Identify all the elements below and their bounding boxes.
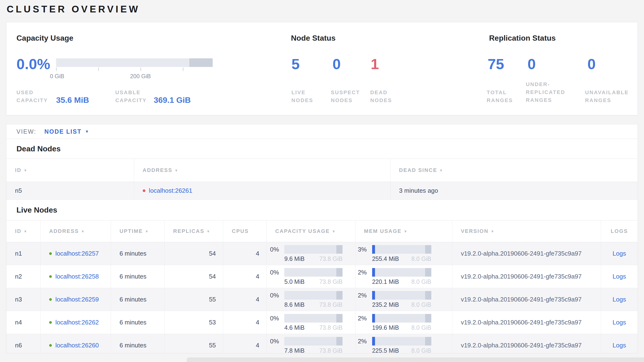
suspect-nodes-label: SUSPECT NODES — [331, 88, 362, 104]
view-dropdown-value[interactable]: NODE LIST — [44, 128, 82, 135]
sort-desc-icon: ▼ — [332, 229, 336, 233]
dead-since: 3 minutes ago — [390, 182, 638, 200]
capacity-used-value: 5.0 MiB — [284, 278, 304, 285]
node-address-link[interactable]: localhost:26257 — [56, 250, 99, 257]
node-version: v19.2.0-alpha.20190606-2491-gfe735c9a97 — [452, 334, 601, 353]
node-id: n3 — [6, 288, 40, 311]
column-header-address[interactable]: ADDRESS ▼ — [134, 159, 390, 182]
node-cpus: 4 — [223, 311, 266, 334]
column-header-capacity-usage[interactable]: CAPACITY USAGE ▼ — [266, 221, 355, 242]
used-capacity-label: USED CAPACITY — [16, 88, 52, 104]
logs-link[interactable]: Logs — [612, 296, 626, 303]
logs-link[interactable]: Logs — [612, 319, 626, 326]
logs-link[interactable]: Logs — [612, 250, 626, 257]
mem-bar — [372, 291, 431, 300]
node-version: v19.2.0-alpha.20190606-2491-gfe735c9a97 — [452, 311, 601, 334]
table-row: n3 localhost:26259 6 minutes 55 4 0% 8.6… — [6, 288, 638, 311]
column-header-cpus: CPUS — [223, 221, 266, 242]
sort-desc-icon: ▼ — [439, 168, 443, 172]
axis-tick — [98, 67, 99, 71]
capacity-usage-cell: 0% 5.0 MiB 73.8 GiB — [266, 265, 355, 288]
usable-capacity-value: 369.1 GiB — [154, 95, 191, 105]
node-version: v19.2.0-alpha.20190606-2491-gfe735c9a97 — [452, 265, 601, 288]
page-title: CLUSTER OVERVIEW — [7, 4, 140, 15]
capacity-usage-cell: 0% 8.6 MiB 73.8 GiB — [266, 288, 355, 311]
sort-desc-icon: ▼ — [24, 229, 28, 233]
unavailable-count: 0 — [588, 55, 596, 73]
node-address-cell: localhost:26260 — [40, 334, 111, 353]
chevron-down-icon[interactable]: ▼ — [85, 129, 89, 134]
live-nodes-table-header: ID ▼ ADDRESS ▼ UPTIME ▼ REPLICAS ▼ CPUS — [6, 220, 638, 242]
replication-status-heading: Replication Status — [489, 34, 556, 43]
capacity-used-value: 9.6 MiB — [284, 255, 304, 262]
view-dropdown[interactable]: NODE LIST ▼ — [44, 128, 89, 135]
logs-link[interactable]: Logs — [612, 273, 626, 280]
column-header-mem-usage[interactable]: MEM USAGE ▼ — [355, 221, 452, 242]
capacity-usage-cell: 0% 9.6 MiB 73.8 GiB — [266, 242, 355, 265]
node-address-link[interactable]: localhost:26260 — [56, 342, 99, 349]
capacity-bar — [284, 314, 342, 322]
dead-nodes-heading: Dead Nodes — [6, 139, 638, 158]
dead-nodes-table-header: ID ▼ ADDRESS ▼ DEAD SINCE ▼ — [6, 158, 638, 182]
node-version: v19.2.0-alpha.20190606-2491-gfe735c9a97 — [452, 288, 601, 311]
logs-link[interactable]: Logs — [612, 342, 626, 349]
capacity-bar — [284, 268, 342, 277]
logs-cell: Logs — [601, 242, 638, 265]
capacity-used-value: 4.6 MiB — [284, 324, 304, 331]
axis-tick-label: 0 GiB — [50, 73, 64, 80]
mem-total-value: 8.0 GiB — [411, 278, 431, 285]
table-row: n5 localhost:26261 3 minutes ago — [6, 182, 638, 200]
capacity-usage-heading: Capacity Usage — [16, 34, 73, 43]
column-header-address[interactable]: ADDRESS ▼ — [40, 221, 111, 242]
dead-nodes-label: DEAD NODES — [370, 88, 396, 104]
column-header-id[interactable]: ID ▼ — [6, 159, 134, 182]
mem-percent: 2% — [358, 269, 369, 276]
mem-bar — [372, 245, 431, 254]
node-address-link[interactable]: localhost:26262 — [56, 319, 99, 326]
live-nodes-label: LIVE NODES — [292, 88, 320, 104]
capacity-percent: 0% — [270, 269, 281, 276]
logs-cell: Logs — [601, 265, 638, 288]
capacity-percent: 0% — [270, 292, 281, 299]
live-status-icon — [49, 298, 52, 301]
node-version: v19.2.0-alpha.20190606-2491-gfe735c9a97 — [452, 242, 601, 265]
column-header-id[interactable]: ID ▼ — [6, 221, 40, 242]
table-row: n2 localhost:26258 6 minutes 54 4 0% 5.0… — [6, 265, 638, 288]
column-header-replicas[interactable]: REPLICAS ▼ — [164, 221, 223, 242]
node-replicas: 55 — [164, 334, 223, 353]
capacity-bar — [284, 337, 342, 345]
mem-percent: 2% — [358, 315, 369, 322]
node-id: n4 — [6, 311, 40, 334]
table-row: n6 localhost:26260 6 minutes 55 4 0% 7.8… — [6, 334, 638, 353]
mem-bar — [372, 268, 431, 277]
capacity-usage-cell: 0% 4.6 MiB 73.8 GiB — [266, 311, 355, 334]
node-address-link[interactable]: localhost:26259 — [56, 296, 99, 303]
dead-nodes-count: 1 — [371, 55, 379, 73]
node-address-link[interactable]: localhost:26261 — [149, 187, 192, 194]
live-status-icon — [49, 321, 52, 324]
node-address-link[interactable]: localhost:26258 — [56, 273, 99, 280]
column-header-uptime[interactable]: UPTIME ▼ — [111, 221, 164, 242]
capacity-total-value: 73.8 GiB — [319, 255, 342, 262]
column-header-dead-since[interactable]: DEAD SINCE ▼ — [390, 159, 638, 182]
usable-capacity-label: USABLE CAPACITY — [115, 88, 151, 104]
mem-used-value: 235.2 MiB — [372, 301, 399, 308]
node-replicas: 54 — [164, 242, 223, 265]
node-status-heading: Node Status — [291, 34, 336, 43]
capacity-used-value: 7.8 MiB — [284, 347, 304, 353]
under-replicated-label: UNDER-REPLICATED RANGES — [526, 80, 570, 104]
capacity-percent: 0.0% — [16, 55, 50, 73]
unavailable-label: UNAVAILABLE RANGES — [585, 88, 632, 104]
used-capacity-value: 35.6 MiB — [56, 95, 89, 105]
live-status-icon — [49, 275, 52, 278]
capacity-total-value: 73.8 GiB — [319, 347, 342, 353]
node-address-cell: localhost:26258 — [40, 265, 111, 288]
under-replicated-count: 0 — [528, 55, 536, 73]
sort-desc-icon: ▼ — [145, 229, 149, 233]
sort-desc-icon: ▼ — [24, 168, 28, 172]
node-address-cell: localhost:26257 — [40, 242, 111, 265]
column-header-version[interactable]: VERSION ▼ — [452, 221, 601, 242]
capacity-percent: 0% — [270, 315, 281, 322]
mem-total-value: 8.0 GiB — [411, 347, 431, 353]
sort-desc-icon: ▼ — [490, 229, 494, 233]
